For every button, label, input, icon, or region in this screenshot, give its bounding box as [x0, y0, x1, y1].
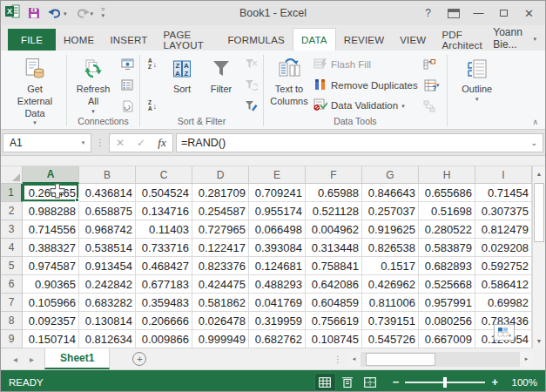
cell-E8[interactable]: 0.319959 — [249, 312, 306, 330]
tab-home[interactable]: HOME — [56, 29, 102, 51]
sheet-tab-sheet1[interactable]: Sheet1 — [44, 348, 110, 369]
cell-H6[interactable]: 0.525668 — [419, 275, 475, 294]
tab-insert[interactable]: INSERT — [102, 29, 155, 51]
cell-I3[interactable]: 0.812479 — [475, 220, 532, 239]
enter-entry-button[interactable]: ✓ — [131, 134, 152, 152]
cell-H3[interactable]: 0.280522 — [419, 220, 475, 239]
tab-page-layout[interactable]: PAGE LAYOUT — [156, 29, 220, 51]
help-button[interactable]: ? — [416, 4, 440, 22]
row-header-1[interactable]: 1 — [1, 184, 23, 202]
cell-B6[interactable]: 0.242842 — [79, 275, 136, 294]
sort-button[interactable]: ZAAZ Sort — [164, 54, 200, 116]
cell-E1[interactable]: 0.709241 — [249, 184, 306, 202]
page-break-preview-button[interactable] — [360, 373, 381, 391]
cell-E4[interactable]: 0.393084 — [249, 239, 306, 257]
column-header-F[interactable]: F — [306, 166, 362, 184]
redo-dropdown-icon[interactable]: ▾ — [91, 10, 94, 17]
vertical-scroll-track[interactable] — [533, 181, 545, 334]
cell-E5[interactable]: 0.124681 — [249, 257, 306, 275]
close-button[interactable]: ✕ — [517, 4, 541, 22]
cell-A4[interactable]: 0.388327 — [23, 239, 79, 257]
tab-file[interactable]: FILE — [8, 29, 56, 51]
tab-review[interactable]: REVIEW — [336, 29, 393, 51]
next-sheet-icon[interactable]: ▸ — [30, 355, 34, 364]
zoom-slider[interactable] — [405, 382, 485, 383]
cell-D4[interactable]: 0.122417 — [192, 239, 249, 257]
cell-G1[interactable]: 0.846643 — [362, 184, 419, 202]
cell-G5[interactable]: 0.1517 — [362, 257, 419, 275]
maximize-button[interactable] — [492, 4, 516, 22]
undo-button[interactable]: ▾ — [48, 8, 67, 19]
cell-A3[interactable]: 0.714556 — [23, 220, 79, 239]
cell-G9[interactable]: 0.545726 — [362, 330, 419, 348]
cell-F9[interactable]: 0.108745 — [306, 330, 362, 348]
cell-F5[interactable]: 0.758841 — [306, 257, 362, 275]
column-header-G[interactable]: G — [362, 166, 419, 184]
row-header-9[interactable]: 9 — [1, 330, 23, 348]
cell-A1[interactable]: 0.268465 — [23, 184, 79, 202]
cell-H9[interactable]: 0.667009 — [419, 330, 475, 348]
horizontal-scroll-thumb[interactable] — [366, 353, 435, 366]
cell-C8[interactable]: 0.206666 — [136, 312, 192, 330]
scroll-left-icon[interactable]: ◂ — [347, 352, 361, 367]
connections-button[interactable] — [118, 56, 136, 72]
cell-E6[interactable]: 0.488293 — [249, 275, 306, 294]
outline-button[interactable]: Outline ▾ — [456, 54, 498, 116]
cell-H7[interactable]: 0.957991 — [419, 294, 475, 312]
cell-H5[interactable]: 0.682893 — [419, 257, 475, 275]
tab-view[interactable]: VIEW — [392, 29, 434, 51]
cell-H4[interactable]: 0.583879 — [419, 239, 475, 257]
cell-F2[interactable]: 0.521128 — [306, 202, 362, 220]
text-to-columns-button[interactable]: Text to Columns — [267, 54, 311, 116]
zoom-out-button[interactable]: − — [393, 375, 400, 389]
scroll-up-icon[interactable]: ▲ — [533, 166, 545, 181]
cell-D1[interactable]: 0.281709 — [192, 184, 249, 202]
cell-F6[interactable]: 0.642086 — [306, 275, 362, 294]
cell-C7[interactable]: 0.359483 — [136, 294, 192, 312]
cell-I1[interactable]: 0.71454 — [475, 184, 532, 202]
cell-D8[interactable]: 0.026478 — [192, 312, 249, 330]
cell-I7[interactable]: 0.69982 — [475, 294, 532, 312]
cell-F1[interactable]: 0.65988 — [306, 184, 362, 202]
cell-F4[interactable]: 0.313448 — [306, 239, 362, 257]
cell-D9[interactable]: 0.999949 — [192, 330, 249, 348]
cancel-entry-button[interactable]: ✕ — [110, 134, 131, 152]
name-box[interactable]: A1 ▾ — [3, 133, 91, 152]
cell-E3[interactable]: 0.066498 — [249, 220, 306, 239]
cell-B7[interactable]: 0.683282 — [79, 294, 136, 312]
expand-formula-bar-icon[interactable]: ⌄ — [530, 139, 543, 147]
column-header-A[interactable]: A — [23, 166, 79, 184]
cell-D3[interactable]: 0.727965 — [192, 220, 249, 239]
cell-C3[interactable]: 0.11403 — [136, 220, 192, 239]
cell-D6[interactable]: 0.424475 — [192, 275, 249, 294]
cell-F3[interactable]: 0.004962 — [306, 220, 362, 239]
filter-button[interactable]: Filter — [203, 54, 239, 116]
row-header-8[interactable]: 8 — [1, 312, 23, 330]
row-header-6[interactable]: 6 — [1, 275, 23, 294]
cell-H8[interactable]: 0.080256 — [419, 312, 475, 330]
column-header-D[interactable]: D — [192, 166, 249, 184]
name-box-dropdown-icon[interactable]: ▾ — [76, 139, 91, 146]
tab-data[interactable]: DATA — [293, 28, 336, 51]
normal-view-button[interactable] — [314, 373, 336, 391]
zoom-level[interactable]: 100% — [506, 377, 537, 388]
row-header-5[interactable]: 5 — [1, 257, 23, 275]
tab-pdf-architect[interactable]: PDF Architect — [434, 29, 493, 51]
relationships-button[interactable] — [421, 98, 438, 114]
cell-A8[interactable]: 0.092357 — [23, 312, 79, 330]
cell-B2[interactable]: 0.658875 — [79, 202, 136, 220]
cell-G3[interactable]: 0.919625 — [362, 220, 419, 239]
sort-ascending-button[interactable]: AZ ↓ — [144, 56, 161, 72]
formula-bar-resize-handle[interactable]: ⋮ — [94, 138, 106, 147]
tab-scroll-resize-handle[interactable]: ⋮ — [334, 355, 342, 364]
cell-C6[interactable]: 0.677183 — [136, 275, 192, 294]
excel-logo-icon[interactable]: X — [5, 4, 20, 22]
scroll-right-icon[interactable]: ▸ — [520, 352, 533, 367]
cell-G7[interactable]: 0.811006 — [362, 294, 419, 312]
row-header-2[interactable]: 2 — [1, 202, 23, 220]
cell-A6[interactable]: 0.90365 — [23, 275, 79, 294]
quick-analysis-button[interactable]: + — [494, 324, 515, 341]
cell-F7[interactable]: 0.604859 — [306, 294, 362, 312]
cell-C1[interactable]: 0.504524 — [136, 184, 192, 202]
previous-sheet-icon[interactable]: ◂ — [13, 355, 17, 364]
